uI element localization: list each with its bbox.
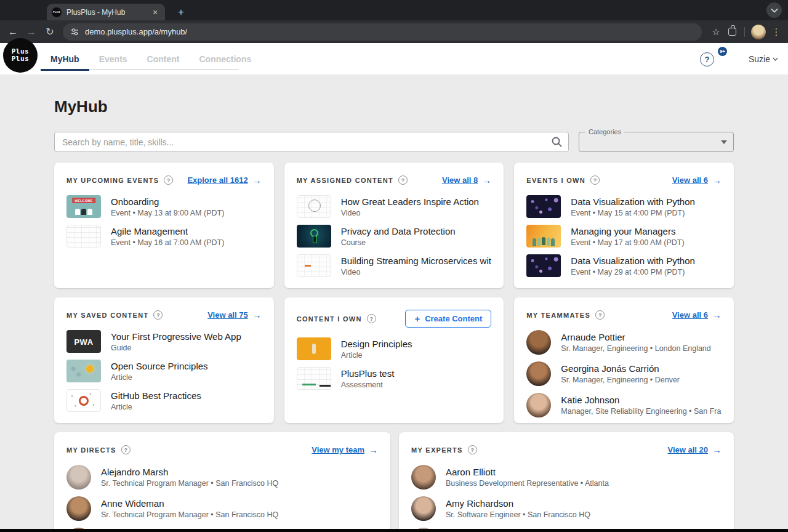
person-list: Arnaude Pottier Sr. Manager, Engineering…	[526, 330, 722, 417]
card-title: MY DIRECTS	[66, 446, 116, 454]
user-menu[interactable]: Suzie	[749, 54, 778, 64]
content-subtitle: Course	[341, 238, 492, 247]
new-tab-button[interactable]: +	[174, 5, 188, 20]
person-list-item[interactable]: Aaron Elliott Business Development Repre…	[411, 465, 722, 490]
bookmark-star-icon[interactable]: ☆	[708, 26, 724, 38]
content-list-item[interactable]: Agile Management Event • May 16 at 7:00 …	[66, 225, 262, 248]
content-list-item[interactable]: How Great Leaders Inspire Action Video	[297, 195, 492, 218]
nav-tab-events[interactable]: Events	[89, 43, 137, 75]
content-subtitle: Event • May 17 at 9:00 AM (PDT)	[571, 238, 722, 247]
person-list-item[interactable]: Katie Johnson Manager, Site Reliability …	[526, 393, 722, 417]
nav-tab-content[interactable]: Content	[137, 43, 190, 75]
person-list-item[interactable]: Arnaude Pottier Sr. Manager, Engineering…	[526, 330, 722, 355]
search-icon[interactable]	[551, 136, 563, 148]
help-icon[interactable]: ?	[590, 175, 600, 185]
view-all-link[interactable]: View all 6 →	[672, 310, 722, 320]
person-avatar	[526, 393, 551, 417]
forward-button[interactable]: →	[22, 23, 41, 41]
content-list-item[interactable]: PWA Your First Progressive Web App Guide	[66, 330, 262, 353]
content-list-item[interactable]: Privacy and Data Protection Course	[297, 225, 492, 248]
content-title: Your First Progressive Web App	[111, 331, 262, 342]
person-list-item[interactable]: Anne Wideman Sr. Technical Program Manag…	[66, 496, 378, 521]
main-content: MyHub Categories MY UPCOMING EVENTS ? Ex…	[0, 75, 788, 532]
content-thumbnail	[526, 195, 561, 218]
help-icon[interactable]: ?	[164, 175, 173, 185]
view-my-team-link[interactable]: View my team →	[312, 445, 378, 455]
person-avatar	[411, 465, 436, 490]
help-icon[interactable]: ?	[398, 175, 408, 185]
person-role-location: Sr. Manager, Engineering • London Englan…	[561, 344, 722, 353]
person-name: Aaron Elliott	[446, 467, 722, 477]
arrow-right-icon: →	[482, 175, 491, 185]
content-title: Onboarding	[111, 196, 262, 207]
categories-label: Categories	[585, 128, 624, 135]
person-list-item[interactable]: Amy Richardson Sr. Software Engineer • S…	[411, 496, 722, 521]
plus-icon: +	[414, 313, 420, 324]
content-list-item[interactable]: WELCOME Onboarding Event • May 13 at 9:0…	[66, 195, 262, 218]
content-list-item[interactable]: Data Visualization with Python Event • M…	[526, 254, 722, 277]
user-avatar[interactable]: 9+	[722, 50, 741, 68]
nav-tab-myhub[interactable]: MyHub	[41, 43, 89, 75]
search-input[interactable]	[54, 132, 569, 152]
site-settings-icon[interactable]	[70, 27, 79, 36]
thumbnail-text: WELCOME	[72, 198, 95, 203]
person-list: Alejandro Marsh Sr. Technical Program Ma…	[66, 465, 378, 532]
screen-bottom-edge	[0, 529, 788, 532]
help-button[interactable]: ?	[700, 52, 714, 66]
content-list: WELCOME Onboarding Event • May 13 at 9:0…	[66, 195, 262, 248]
categories-select[interactable]: Categories	[579, 132, 734, 152]
nav-tab-connections[interactable]: Connections	[189, 43, 261, 75]
help-icon[interactable]: ?	[121, 445, 131, 454]
content-list-item[interactable]: GitHub Best Practices Article	[66, 389, 262, 412]
page-title: MyHub	[54, 97, 734, 116]
cards-grid: MY UPCOMING EVENTS ? Explore all 1612 → …	[54, 163, 734, 423]
help-icon[interactable]: ?	[153, 310, 163, 320]
tab-title: PlusPlus - MyHub	[66, 8, 145, 17]
content-title: Managing your Managers	[571, 226, 722, 236]
chevron-down-icon	[773, 57, 778, 61]
browser-profile-avatar[interactable]	[751, 25, 766, 39]
person-list-item[interactable]: Alejandro Marsh Sr. Technical Program Ma…	[66, 465, 378, 490]
person-role-location: Sr. Technical Program Manager • San Fran…	[101, 479, 378, 488]
arrow-right-icon: →	[712, 445, 722, 455]
extensions-icon[interactable]	[728, 28, 736, 36]
content-list-item[interactable]: Building Streaming Microservices with Ap…	[297, 254, 492, 277]
notification-badge: 9+	[718, 47, 727, 56]
view-all-link[interactable]: View all 6 →	[672, 175, 722, 185]
plusplus-logo[interactable]: Plus Plus	[3, 38, 38, 73]
content-thumbnail	[297, 337, 331, 360]
content-title: GitHub Best Practices	[111, 390, 262, 401]
content-list-item[interactable]: Design Principles Article	[297, 337, 492, 360]
browser-toolbar: ← → ↻ demo.plusplus.app/a/myhub/ ☆ ⋮	[0, 20, 788, 43]
content-list-item[interactable]: PlusPlus test Assessment	[297, 367, 492, 390]
create-content-button[interactable]: + Create Content	[405, 310, 491, 328]
tab-search-button[interactable]	[766, 2, 782, 18]
view-all-link[interactable]: View all 75 →	[207, 310, 262, 320]
card-title: EVENTS I OWN	[526, 177, 585, 184]
content-subtitle: Article	[341, 351, 492, 360]
person-avatar	[526, 361, 551, 386]
card-my-assigned-content: MY ASSIGNED CONTENT ? View all 8 → How G…	[284, 163, 504, 288]
explore-all-link[interactable]: Explore all 1612 →	[187, 175, 261, 185]
person-list-item[interactable]: Georgina Jonás Carrión Sr. Manager, Engi…	[526, 361, 722, 386]
content-thumbnail	[66, 225, 101, 248]
card-title: MY SAVED CONTENT	[66, 312, 148, 319]
browser-tab[interactable]: PLUS PlusPlus - MyHub ×	[47, 4, 165, 20]
content-list-item[interactable]: Data Visualization with Python Event • M…	[526, 195, 722, 218]
help-icon[interactable]: ?	[367, 314, 376, 323]
content-list-item[interactable]: Managing your Managers Event • May 17 at…	[526, 225, 722, 248]
tab-close-icon[interactable]: ×	[150, 7, 160, 17]
help-icon[interactable]: ?	[468, 445, 477, 454]
card-content-i-own: CONTENT I OWN ? + Create Content Design …	[284, 297, 504, 423]
thumbnail-text: PWA	[74, 337, 93, 346]
help-icon[interactable]: ?	[595, 310, 605, 320]
address-bar[interactable]: demo.plusplus.app/a/myhub/	[63, 23, 702, 41]
reload-button[interactable]: ↻	[41, 23, 59, 41]
content-list: Data Visualization with Python Event • M…	[526, 195, 722, 277]
view-all-link[interactable]: View all 8 →	[442, 175, 491, 185]
content-list-item[interactable]: Open Source Principles Article	[66, 360, 262, 382]
view-all-link[interactable]: View all 20 →	[667, 445, 722, 455]
browser-tabstrip: PLUS PlusPlus - MyHub × +	[0, 0, 788, 20]
arrow-right-icon: →	[712, 310, 722, 320]
browser-menu-icon[interactable]: ⋮	[768, 26, 784, 38]
